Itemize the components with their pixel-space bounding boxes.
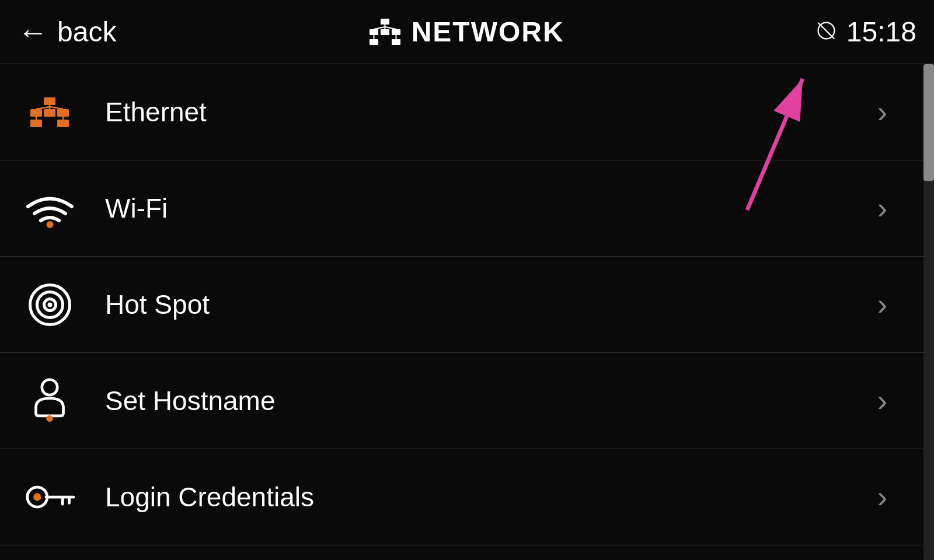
svg-point-31 — [33, 493, 41, 501]
svg-rect-11 — [44, 97, 55, 105]
hostname-menu-item[interactable]: Set Hostname › — [0, 353, 934, 449]
back-label: back — [57, 16, 116, 48]
ethernet-chevron: › — [877, 94, 887, 130]
content-area: Ethernet › Wi-Fi › — [0, 64, 934, 560]
back-button[interactable]: ← back — [18, 16, 116, 48]
svg-rect-13 — [44, 109, 55, 117]
svg-rect-3 — [392, 29, 400, 35]
credentials-menu-item[interactable]: Login Credentials › — [0, 449, 934, 545]
svg-point-27 — [42, 380, 57, 395]
hotspot-chevron: › — [877, 287, 887, 322]
hotspot-menu-item[interactable]: Hot Spot › — [0, 257, 934, 353]
hotspot-icon — [18, 283, 82, 327]
header-title: NETWORK — [369, 16, 564, 48]
svg-line-17 — [50, 107, 63, 109]
svg-rect-14 — [57, 109, 69, 117]
svg-line-16 — [36, 107, 50, 109]
header: ← back NETWORK ⦰ 15:18 — [0, 0, 934, 64]
svg-line-6 — [385, 27, 396, 29]
ethernet-menu-item[interactable]: Ethernet › — [0, 64, 934, 160]
no-sign-icon: ⦰ — [817, 15, 838, 49]
svg-rect-19 — [57, 120, 69, 127]
menu-list: Ethernet › Wi-Fi › — [0, 64, 934, 545]
credentials-chevron: › — [877, 480, 887, 514]
svg-rect-1 — [370, 29, 378, 35]
ethernet-label: Ethernet — [105, 96, 877, 128]
svg-point-22 — [46, 221, 53, 228]
header-right: ⦰ 15:18 — [817, 15, 916, 49]
credentials-label: Login Credentials — [105, 481, 877, 513]
wifi-label: Wi-Fi — [105, 192, 877, 224]
svg-rect-18 — [30, 120, 42, 127]
ethernet-icon — [18, 96, 82, 128]
hotspot-label: Hot Spot — [105, 289, 877, 320]
wifi-menu-item[interactable]: Wi-Fi › — [0, 160, 934, 257]
back-arrow-icon: ← — [18, 17, 48, 47]
page-title: NETWORK — [412, 16, 564, 48]
hostname-chevron: › — [877, 383, 887, 418]
scrollbar-track[interactable] — [923, 64, 934, 560]
wifi-icon — [18, 188, 82, 229]
svg-rect-7 — [370, 39, 378, 45]
svg-line-5 — [374, 27, 385, 29]
clock-display: 15:18 — [846, 16, 916, 48]
svg-rect-12 — [30, 109, 42, 117]
wifi-chevron: › — [877, 191, 887, 226]
svg-point-26 — [47, 302, 52, 307]
hostname-label: Set Hostname — [105, 385, 877, 416]
scrollbar-thumb[interactable] — [923, 64, 934, 181]
svg-rect-0 — [381, 19, 389, 24]
key-icon — [18, 481, 82, 513]
hostname-icon — [18, 377, 82, 424]
svg-rect-2 — [381, 29, 389, 35]
svg-rect-8 — [392, 39, 400, 45]
network-header-icon — [369, 19, 401, 45]
